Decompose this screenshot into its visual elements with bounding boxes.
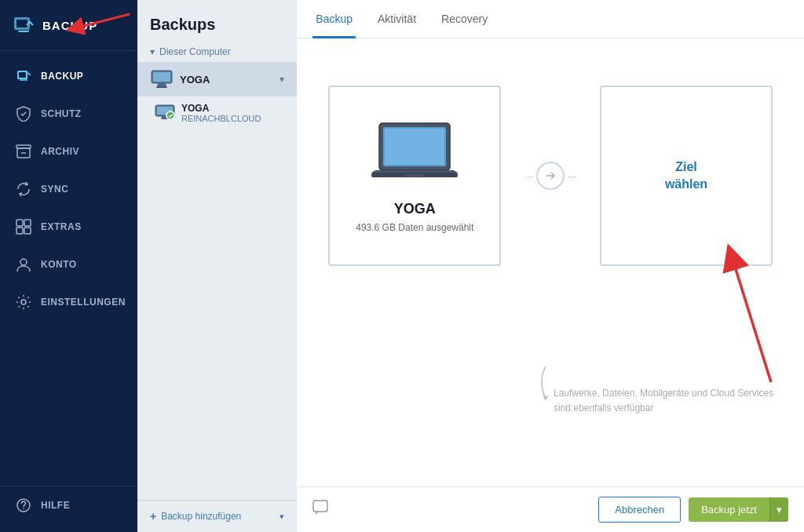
backup-now-button[interactable]: Backup jetzt bbox=[689, 497, 769, 522]
backup-button-group: Backup jetzt ▾ bbox=[689, 497, 788, 522]
svg-rect-10 bbox=[24, 228, 31, 234]
backup-now-dropdown[interactable]: ▾ bbox=[769, 497, 788, 522]
sidebar-einstellungen-label: EINSTELLUNGEN bbox=[41, 297, 126, 308]
sync-icon bbox=[16, 181, 31, 197]
main-content: Backup Aktivität Recovery bbox=[297, 0, 804, 532]
device-yoga-main[interactable]: YOGA ▾ bbox=[137, 62, 297, 97]
svg-point-12 bbox=[21, 300, 26, 304]
chevron-down-icon-device: ▾ bbox=[280, 74, 284, 85]
sidebar-nav: BACKUP SCHUTZ ARCHIV bbox=[0, 51, 137, 486]
source-name: YOGA bbox=[394, 201, 436, 217]
main-tabs: Backup Aktivität Recovery bbox=[297, 0, 804, 38]
svg-rect-8 bbox=[24, 220, 31, 226]
chevron-down-icon-add: ▾ bbox=[280, 512, 284, 522]
device-sub-name: YOGA bbox=[181, 103, 261, 114]
sidebar-item-backup[interactable]: BACKUP bbox=[0, 57, 137, 95]
sidebar-backup-label: BACKUP bbox=[41, 71, 83, 82]
svg-rect-25 bbox=[313, 501, 327, 512]
account-icon bbox=[16, 257, 31, 272]
sidebar-extras-label: EXTRAS bbox=[41, 221, 82, 232]
dots-left: ··· bbox=[524, 170, 533, 182]
red-arrow-target bbox=[700, 233, 795, 390]
main-body: YOGA 493.6 GB Daten ausgewählt ··· ··· Z… bbox=[297, 38, 804, 486]
tab-recovery[interactable]: Recovery bbox=[438, 0, 491, 38]
sidebar-logo: BACKUP bbox=[0, 0, 137, 51]
settings-icon bbox=[16, 294, 31, 310]
device-yoga-name: YOGA bbox=[180, 74, 210, 86]
sidebar-item-archiv[interactable]: ARCHIV bbox=[0, 133, 137, 170]
hint-text: Laufwerke, Dateien, Mobilgeräte und Clou… bbox=[554, 386, 791, 416]
chat-icon[interactable] bbox=[312, 500, 328, 519]
sidebar-schutz-label: SCHUTZ bbox=[41, 108, 82, 119]
sidebar-archiv-label: ARCHIV bbox=[41, 146, 79, 157]
backup-logo-icon bbox=[13, 14, 35, 36]
tab-aktivitat[interactable]: Aktivität bbox=[375, 0, 419, 38]
arrow-connector: ··· ··· bbox=[524, 162, 576, 190]
sidebar-item-schutz[interactable]: SCHUTZ bbox=[0, 95, 137, 133]
hint-area: Laufwerke, Dateien, Mobilgeräte und Clou… bbox=[538, 386, 791, 416]
arrow-circle bbox=[536, 162, 565, 190]
svg-point-14 bbox=[23, 508, 24, 509]
source-size: 493.6 GB Daten ausgewählt bbox=[356, 222, 473, 233]
ziel-wahlen-text: Zielwählen bbox=[665, 159, 707, 194]
sidebar-item-konto[interactable]: KONTO bbox=[0, 246, 137, 283]
sidebar-item-extras[interactable]: EXTRAS bbox=[0, 208, 137, 246]
monitor-icon bbox=[150, 70, 174, 89]
sidebar-bottom: HILFE bbox=[0, 486, 137, 532]
sidebar-item-hilfe[interactable]: HILFE bbox=[0, 486, 137, 524]
checkmark-icon bbox=[168, 113, 174, 118]
svg-rect-17 bbox=[156, 86, 167, 88]
chevron-down-icon: ▾ bbox=[150, 46, 155, 57]
laptop-illustration bbox=[367, 119, 462, 190]
curve-arrow-icon bbox=[534, 363, 557, 402]
device-yoga-sub[interactable]: YOGA REINACHBLCLOUD bbox=[137, 97, 297, 129]
help-icon bbox=[16, 497, 31, 513]
svg-rect-24 bbox=[405, 174, 424, 177]
sidebar-item-einstellungen[interactable]: EINSTELLUNGEN bbox=[0, 283, 137, 321]
section-dieser-computer: ▾ Dieser Computer bbox=[137, 42, 297, 62]
device-sub-info: YOGA REINACHBLCLOUD bbox=[181, 103, 261, 123]
svg-rect-2 bbox=[16, 20, 27, 27]
shield-icon bbox=[16, 106, 31, 122]
svg-rect-22 bbox=[385, 129, 444, 165]
add-backup-button[interactable]: + Backup hinzufügen ▾ bbox=[137, 500, 297, 532]
device-sub-cloud: REINACHBLCLOUD bbox=[181, 114, 261, 123]
svg-rect-4 bbox=[19, 72, 26, 78]
archive-icon bbox=[16, 144, 31, 159]
tab-backup[interactable]: Backup bbox=[312, 0, 356, 38]
source-card[interactable]: YOGA 493.6 GB Daten ausgewählt bbox=[328, 86, 501, 266]
footer-left bbox=[312, 500, 328, 519]
svg-point-11 bbox=[20, 259, 27, 265]
target-card[interactable]: Zielwählen bbox=[600, 86, 773, 266]
svg-rect-16 bbox=[153, 72, 170, 82]
backup-area: YOGA 493.6 GB Daten ausgewählt ··· ··· Z… bbox=[328, 86, 773, 266]
sidebar-sync-label: SYNC bbox=[41, 184, 68, 195]
dots-right: ··· bbox=[568, 170, 576, 182]
device-item-left: YOGA bbox=[150, 70, 210, 89]
sidebar-item-sync[interactable]: SYNC bbox=[0, 170, 137, 208]
svg-rect-7 bbox=[16, 220, 23, 226]
middle-title: Backups bbox=[137, 0, 297, 42]
sidebar-hilfe-label: HILFE bbox=[41, 500, 70, 511]
backup-icon bbox=[16, 68, 31, 84]
middle-panel: Backups ▾ Dieser Computer YOGA ▾ bbox=[137, 0, 297, 532]
sidebar-konto-label: KONTO bbox=[41, 259, 77, 270]
svg-rect-9 bbox=[16, 228, 23, 234]
cancel-button[interactable]: Abbrechen bbox=[598, 497, 681, 523]
extras-icon bbox=[16, 219, 31, 235]
footer-right: Abbrechen Backup jetzt ▾ bbox=[598, 497, 788, 523]
plus-icon: + bbox=[150, 510, 156, 523]
main-footer: Abbrechen Backup jetzt ▾ bbox=[297, 486, 804, 532]
sidebar-logo-text: BACKUP bbox=[42, 19, 97, 32]
